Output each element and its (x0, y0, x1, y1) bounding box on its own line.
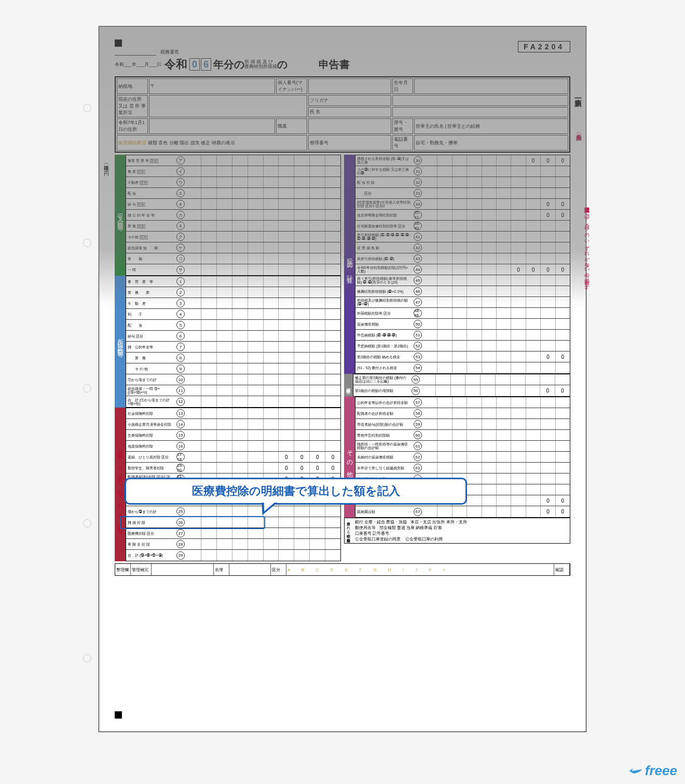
form-row: 所得税及び復興特別所得税の額 (㊺+㊻)47 (355, 297, 570, 308)
form-row: 課税される所得金額 (⑫-㉙)又は第三表30000 (355, 155, 570, 166)
form-row: そ の 他9 (126, 363, 340, 374)
side-note: 定額減税実施済額は、㊸と㊹のいずれか少ない方の金額です。 (583, 203, 590, 292)
tax-office-blank (115, 49, 156, 56)
form-row: その他 区分ク (126, 232, 340, 242)
form-row: 不動産 区分ウ (126, 177, 340, 188)
correction-rows: 修正前の第3期分の税額 (還付の場合は頭に△を記載)55第3期分の税額の増加額5… (353, 374, 570, 397)
section-income-amount: 収入金額等 (115, 155, 126, 276)
form-row: 災 害 減 免 額42 (355, 242, 570, 253)
form-row: 事業 営 業 等 区分ア (126, 155, 340, 166)
bird-icon (628, 765, 643, 777)
form-row: 再差引所得税額 (㊶-㊷)43 (355, 253, 570, 264)
form-row: 雑 公的年金等7 (126, 342, 340, 353)
form-row: 業 農 業2 (126, 287, 340, 298)
form-row: 令和6年分特別税額控除(3万円×人数)440000 (355, 264, 570, 275)
form-row: 業 務8 (126, 353, 340, 363)
form-title: 令和___年___月___日 令和 0 6 年分の 所 得 税 及 び復興特別所… (115, 57, 570, 72)
form-row: 長 期コ (126, 253, 340, 264)
form-code: FA2204 (518, 41, 570, 52)
form-row: 総合譲渡・一時 ⑨+{(⑨+⑩)×½}11 (126, 385, 340, 396)
form-row: 合 計 (㉕+㉖+㉗+㉘)29 (126, 550, 340, 561)
refund-block: 還付される税金の受取場所 銀行 金庫・組合 農協・漁協 本店・支店 出張所 本所… (344, 518, 570, 544)
form-row: 配 当 控 除32 (355, 177, 570, 188)
form-row: 源泉徴収税額50 (355, 319, 570, 330)
form-row: 青色申告特別控除額60 (355, 430, 570, 441)
unit-label: （単位は円） (102, 161, 109, 167)
form-row: 配偶者の合計所得金額58 (355, 408, 570, 419)
form-row: 政党等寄附金等特別控除35-3700 (355, 210, 570, 221)
form-row: 差引所得税額 (㉛-㉜-㉝-㉞-㉟-㊱-㊲-㊳-㊴-㊵)41 (355, 232, 570, 242)
align-marker-tl (115, 39, 122, 47)
freee-logo: freee (628, 763, 677, 779)
form-row: 本年分で差し引く繰越損失額63 (355, 463, 570, 474)
form-row: 社会保険料控除13 (126, 408, 340, 419)
form-row: 地震保険料控除16 (126, 441, 340, 452)
form-row: 雑 公 的 年 金 等カ (126, 210, 340, 221)
form-row: 給 与 区分オ (126, 199, 340, 210)
form-row: 事 営 業 等1 (126, 276, 340, 287)
form-row: 勤労学生、障害者控除19-200000 (126, 463, 340, 474)
year-boxes: 0 6 (189, 58, 211, 71)
form-row: 未納付の源泉徴収税額62 (355, 452, 570, 463)
form-row: 申告納税額 (㊼-㊽-㊾-㊿)51 (355, 330, 570, 341)
form-row: 合 計 (①から⑥までの計+⑩+⑪)12 (126, 396, 340, 407)
form-row: 住宅耐震改修特別控除等 区分38-40 (355, 221, 570, 232)
section-tax: 税金の計算 (344, 155, 355, 374)
tax-office-suffix: 税務署長 (160, 49, 179, 56)
form-row: 配 当5 (126, 320, 340, 331)
form-row: 外国税額控除等 区分48-49 (355, 308, 570, 319)
form-row: 雑所得・一時所得等の源泉徴収税額の合計額61 (355, 441, 570, 452)
form-row: ⑬から㉔までの計25 (126, 506, 340, 517)
form-row: ⑦から⑨までの計10 (126, 374, 340, 385)
align-marker-bl (115, 711, 122, 719)
identity-block: 納税地〒個人番号(マイナンバー)生年月日 現在の住所 又は 居 所 事業所等フリ… (115, 76, 570, 153)
form-row: 利 子4 (126, 309, 340, 320)
form-row: 公的年金等以外の合計所得金額57 (355, 397, 570, 408)
form-row: 総合譲渡 短 期ケ (126, 242, 340, 253)
form-row: 寡婦、ひとり親控除 区分17-180000 (126, 452, 340, 463)
medical-deduction-highlight (120, 516, 265, 529)
income-rows: 事 営 業 等1業 農 業2不 動 産3利 子4配 当5給与 区分6雑 公的年金… (126, 276, 341, 408)
form-row: 第3期分の税額 納める税金5300 (355, 352, 570, 362)
form-row: 給与 区分6 (126, 331, 340, 342)
section-deductions: 所得から差し引かれる金額 (115, 408, 126, 561)
form-row: 延納届出額6700 (355, 506, 570, 517)
section-income: 所得金額等 (115, 276, 126, 408)
income-amount-rows: 事業 営 業 等 区分ア農 業 区分イ不動産 区分ウ配 当エ給 与 区分オ雑 公… (126, 155, 341, 276)
bottom-admin-row: 整理欄 管理補完 名簿 区分 A B C D E F G H I J K L 確… (115, 563, 570, 576)
form-row: 修正前の第3期分の税額 (還付の場合は頭に△を記載)55 (353, 374, 570, 385)
form-row: 生命保険料控除15 (126, 430, 340, 441)
form-row: 小規模企業共済等掛金控除14 (126, 419, 340, 430)
tax-return-form: FA2204 税務署長 令和___年___月___日 令和 0 6 年分の 所 … (99, 26, 586, 732)
callout-bubble: 医療費控除の明細書で算出した額を記入 (125, 478, 467, 505)
form-row: 配 当エ (126, 188, 340, 199)
form-row: 業 務 区分キ (126, 221, 340, 232)
section-correction: 修正申告 (344, 374, 353, 397)
form-row: (特定増改築等)住宅借入金等特別控除 区分1 区分23400 (355, 199, 570, 210)
form-row: 予定納税額 (第1期分・第2期分)52 (355, 341, 570, 352)
form-row: 専従者給与(控除)額の合計額59 (355, 419, 570, 430)
form-row: 第3期分の税額の増加額5600 (353, 385, 570, 396)
form-row: 寄 附 金 控 除28 (126, 539, 340, 550)
form-row: 医療費控除 区分27 (126, 528, 340, 539)
form-row: 上の㉚に対する税額 又は第三表の㉚31 (355, 166, 570, 177)
tax-rows: 課税される所得金額 (⑫-㉙)又は第三表30000上の㉚に対する税額 又は第三表… (355, 155, 570, 374)
form-row: 一 時サ (126, 264, 340, 275)
form-row: 農 業 区分イ (126, 166, 340, 177)
form-row: 再々差引(所得税額(基準所得税額) ㊸-㊹(赤字のときは0)45 (355, 275, 570, 286)
form-row: 不 動 産3 (126, 298, 340, 309)
form-row: 復興特別所得税額 (㊺×2.1%)46 (355, 286, 570, 297)
form-row: 区分33 (355, 188, 570, 199)
form-row: (51 - 52) 還付される税金54 (355, 362, 570, 373)
